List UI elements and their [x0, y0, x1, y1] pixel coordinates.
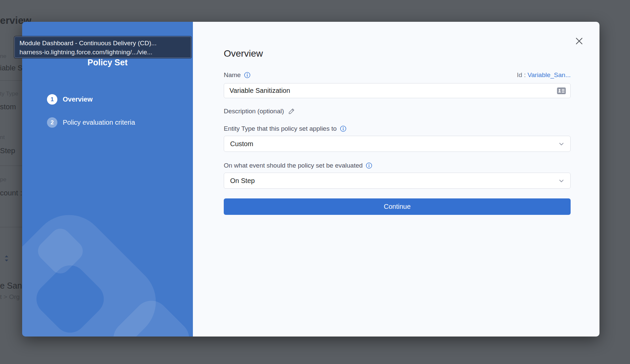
background-divider — [0, 166, 22, 166]
entity-type-label-row: Entity Type that this policy set applies… — [224, 125, 571, 132]
background-row-title: e Sani — [0, 281, 24, 291]
wizard-step-overview[interactable]: 1 Overview — [47, 94, 193, 105]
harness-logo-watermark — [22, 22, 193, 337]
link-tooltip-url: harness-io.lightning.force.com/lightning… — [19, 48, 186, 57]
step-number-badge: 1 — [47, 94, 57, 105]
background-entity-label: ty Type — [0, 90, 18, 97]
close-icon[interactable] — [574, 36, 584, 46]
info-icon[interactable] — [244, 72, 251, 78]
entity-id: Id : Variable_San... — [517, 71, 571, 79]
entity-type-label: Entity Type that this policy set applies… — [224, 125, 337, 132]
id-link[interactable]: Variable_San... — [527, 71, 571, 78]
background-entity-value: stom — [0, 103, 16, 111]
step-label: Overview — [63, 96, 93, 103]
entity-type-value: Custom — [230, 140, 253, 148]
background-account-value: count : — [0, 189, 22, 197]
event-select[interactable]: On Step — [224, 173, 571, 189]
background-divider — [0, 80, 22, 81]
step-number-badge: 2 — [47, 117, 57, 128]
wizard-sidebar: Policy Set 1 Overview 2 Policy evaluatio… — [22, 22, 193, 337]
event-label: On what event should the policy set be e… — [224, 162, 363, 169]
info-icon[interactable] — [340, 125, 347, 132]
overview-panel: Overview Name Id : Variable_San... Descr… — [193, 22, 599, 337]
wizard-step-policy-evaluation-criteria[interactable]: 2 Policy evaluation criteria — [47, 117, 193, 128]
chevron-down-icon — [559, 141, 564, 147]
continue-button[interactable]: Continue — [224, 198, 571, 215]
entity-type-select[interactable]: Custom — [224, 136, 571, 152]
background-name-label: ne — [0, 53, 6, 60]
wizard-steps: 1 Overview 2 Policy evaluation criteria — [22, 94, 193, 128]
background-type-label: pe — [0, 176, 6, 183]
background-row-subtitle: t > Org — [0, 293, 20, 301]
link-tooltip-title: Module Dashboard - Continuous Delivery (… — [19, 39, 186, 48]
pencil-icon[interactable] — [288, 108, 295, 115]
background-divider — [0, 227, 22, 227]
description-row: Description (optional) — [224, 108, 571, 115]
name-field-header: Name Id : Variable_San... — [224, 71, 571, 79]
name-input[interactable] — [224, 83, 571, 98]
chevron-down-icon — [559, 178, 564, 184]
background-event-label: nt — [0, 134, 5, 141]
name-label: Name — [224, 71, 241, 79]
event-label-row: On what event should the policy set be e… — [224, 162, 571, 169]
description-label: Description (optional) — [224, 108, 284, 115]
background-name-value: iable S — [0, 64, 22, 72]
wizard-title: Policy Set — [22, 58, 193, 67]
info-icon[interactable] — [366, 162, 372, 169]
page-title: Overview — [224, 48, 571, 59]
sort-icon — [4, 255, 9, 263]
event-value: On Step — [230, 177, 255, 185]
link-tooltip: Module Dashboard - Continuous Delivery (… — [14, 37, 191, 58]
background-event-value: Step — [0, 146, 15, 155]
id-prefix: Id : — [517, 71, 526, 78]
step-label: Policy evaluation criteria — [63, 119, 135, 126]
policy-set-modal: Policy Set 1 Overview 2 Policy evaluatio… — [22, 22, 599, 337]
name-field-wrap — [224, 83, 571, 98]
id-card-icon — [557, 87, 566, 94]
